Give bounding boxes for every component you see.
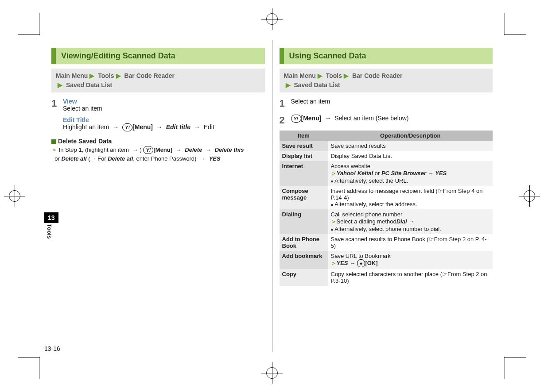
crop-mark	[18, 357, 40, 357]
table-cell-desc: Save scanned results to Phone Book (☞Fro…	[328, 234, 493, 251]
breadcrumb-arrow-icon: ▶	[316, 72, 324, 79]
table-cell-item: Add bookmark	[280, 251, 328, 269]
step-subhead-edit: Edit Title	[63, 116, 265, 123]
menu-option: Delete this	[215, 146, 244, 153]
table-row: Compose messageInsert address to message…	[280, 186, 493, 209]
breadcrumb-item: Tools	[98, 72, 114, 79]
text: or	[54, 155, 60, 162]
table-cell-desc: Access website＞Yahoo! Keitai or PC Site …	[328, 161, 493, 186]
menu-option: Delete all	[61, 155, 86, 162]
text: (→ For	[88, 155, 106, 162]
registration-mark	[9, 190, 20, 202]
chapter-label: Tools	[46, 224, 53, 239]
breadcrumb-item: Tools	[326, 72, 342, 79]
y-key-icon: Y!	[122, 123, 132, 131]
breadcrumb-arrow-icon: ▶	[284, 81, 292, 88]
registration-mark	[266, 367, 278, 379]
desc-bullet: Alternatively, select phone number to di…	[331, 226, 490, 232]
table-cell-item: Save result	[280, 141, 328, 151]
y-key-icon: Y!	[143, 146, 153, 154]
menu-label: [Menu]	[132, 123, 153, 131]
table-cell-item: Internet	[280, 161, 328, 186]
desc-bullet: Alternatively, select the address.	[331, 201, 490, 208]
desc-line: Save scanned results to Phone Book (☞Fro…	[331, 236, 490, 249]
arrow-icon: →	[198, 155, 207, 162]
crop-mark	[504, 357, 526, 357]
table-cell-item: Add to Phone Book	[280, 234, 328, 251]
table-header-desc: Operation/Description	[328, 131, 493, 141]
desc-line: Save scanned results	[331, 142, 490, 149]
table-cell-desc: Save URL to Bookmark＞YES → ●[OK]	[328, 251, 493, 269]
table-cell-item: Dialing	[280, 209, 328, 234]
desc-bullet: Alternatively, select the URL.	[331, 177, 490, 184]
table-cell-desc: Save scanned results	[328, 141, 493, 151]
step-text: Select an item	[63, 105, 265, 112]
table-row: Display listDisplay Saved Data List	[280, 151, 493, 161]
delete-text: ＞ In Step 1, (highlight an item →) Y![Me…	[51, 146, 265, 163]
menu-option: Edit title	[166, 123, 190, 131]
table-row: CopyCopy selected characters to another …	[280, 269, 493, 286]
crop-mark	[505, 357, 505, 379]
registration-mark	[524, 190, 535, 202]
chapter-tab: 13	[44, 212, 58, 223]
step-1: 1 View Select an item Edit Title Highlig…	[51, 98, 265, 131]
table-cell-item: Display list	[280, 151, 328, 161]
table-row: InternetAccess website＞Yahoo! Keitai or …	[280, 161, 493, 186]
desc-action: ＞YES → ●[OK]	[331, 259, 490, 267]
page-number: 13-16	[44, 345, 60, 352]
crop-mark	[505, 13, 505, 35]
heading-text: Delete Saved Data	[58, 138, 112, 145]
title-accent-bar	[280, 48, 284, 64]
section-title-text: Viewing/Editing Scanned Data	[56, 48, 265, 64]
step-subhead-view: View	[63, 98, 265, 105]
y-key-icon: Y!	[291, 115, 301, 123]
text: Select an item (See below)	[334, 115, 408, 122]
delete-section: Delete Saved Data ＞ In Step 1, (highligh…	[51, 138, 265, 163]
table-row: Save resultSave scanned results	[280, 141, 493, 151]
step-number: 1	[51, 98, 63, 131]
text: Edit	[204, 123, 214, 131]
desc-line: Copy selected characters to another plac…	[331, 271, 490, 284]
breadcrumb-right: Main Menu▶ Tools▶ Bar Code Reader ▶ Save…	[280, 69, 493, 92]
arrow-icon: →	[131, 146, 140, 153]
breadcrumb-item: Bar Code Reader	[352, 72, 403, 79]
breadcrumb-item: Main Menu	[56, 72, 88, 79]
title-accent-bar	[51, 48, 56, 64]
desc-action: ＞Select a dialing methodDial →	[331, 218, 490, 226]
text: In Step 1, (highlight an item	[59, 146, 129, 153]
desc-line: Insert address to message recipient fiel…	[331, 188, 490, 201]
table-header-item: Item	[280, 131, 328, 141]
desc-line: Access website	[331, 163, 490, 169]
table-cell-item: Copy	[280, 269, 328, 286]
arrow-icon: →	[111, 123, 120, 131]
menu-label: [Menu]	[153, 146, 172, 153]
right-column: Using Scanned Data Main Menu▶ Tools▶ Bar…	[272, 40, 500, 352]
breadcrumb-arrow-icon: ▶	[114, 72, 123, 79]
menu-option: YES	[209, 155, 221, 162]
table-cell-desc: Display Saved Data List	[328, 151, 493, 161]
menu-option: Delete all	[108, 155, 133, 162]
breadcrumb-item: Saved Data List	[66, 81, 112, 88]
arrow-icon: →	[155, 123, 164, 131]
page-content: 13 Tools 13-16 Viewing/Editing Scanned D…	[44, 40, 500, 352]
text: )	[140, 146, 142, 153]
breadcrumb-arrow-icon: ▶	[342, 72, 350, 79]
crop-mark	[18, 35, 40, 35]
crop-mark	[504, 35, 526, 35]
table-row: Add to Phone BookSave scanned results to…	[280, 234, 493, 251]
desc-line: Call selected phone number	[331, 211, 490, 218]
arrow-icon: →	[323, 115, 333, 122]
menu-option: Delete	[185, 146, 202, 153]
breadcrumb-arrow-icon: ▶	[88, 72, 96, 79]
arrow-icon: →	[192, 123, 202, 131]
section-title-right: Using Scanned Data	[280, 48, 493, 64]
section-title-left: Viewing/Editing Scanned Data	[51, 48, 265, 64]
table-cell-desc: Call selected phone number＞Select a dial…	[328, 209, 493, 234]
step-text: Select an item	[291, 98, 493, 109]
arrow-icon: →	[174, 146, 183, 153]
step-1-right: 1 Select an item	[280, 98, 493, 109]
breadcrumb-item: Saved Data List	[294, 81, 340, 88]
arrow-icon: →	[204, 146, 213, 153]
table-cell-desc: Copy selected characters to another plac…	[328, 269, 493, 286]
subsection-heading: Delete Saved Data	[51, 138, 265, 145]
